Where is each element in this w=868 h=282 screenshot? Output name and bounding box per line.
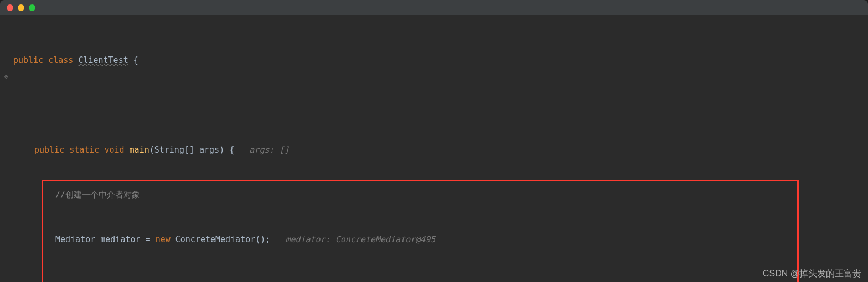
code-line xyxy=(13,277,868,282)
code-line: Mediator mediator = new ConcreteMediator… xyxy=(13,232,868,247)
inline-hint: args: [] xyxy=(249,145,289,155)
code-line xyxy=(13,98,868,113)
titlebar xyxy=(0,0,868,15)
code-area[interactable]: public class ClientTest { public static … xyxy=(0,23,868,282)
minimize-icon[interactable] xyxy=(18,4,24,11)
watermark: CSDN @掉头发的王富贵 xyxy=(763,268,861,280)
inline-hint: mediator: ConcreteMediator@495 xyxy=(285,234,435,244)
code-line: public static void main(String[] args) {… xyxy=(13,143,868,158)
code-editor[interactable]: ⊖ public class ClientTest { public stati… xyxy=(0,15,868,282)
editor-window: ⊖ public class ClientTest { public stati… xyxy=(0,0,868,282)
code-line: //创建一个中介者对象 xyxy=(13,187,868,202)
code-line: public class ClientTest { xyxy=(13,53,868,68)
collapse-icon[interactable]: ⊖ xyxy=(4,69,8,84)
maximize-icon[interactable] xyxy=(29,4,35,11)
close-icon[interactable] xyxy=(7,4,13,11)
